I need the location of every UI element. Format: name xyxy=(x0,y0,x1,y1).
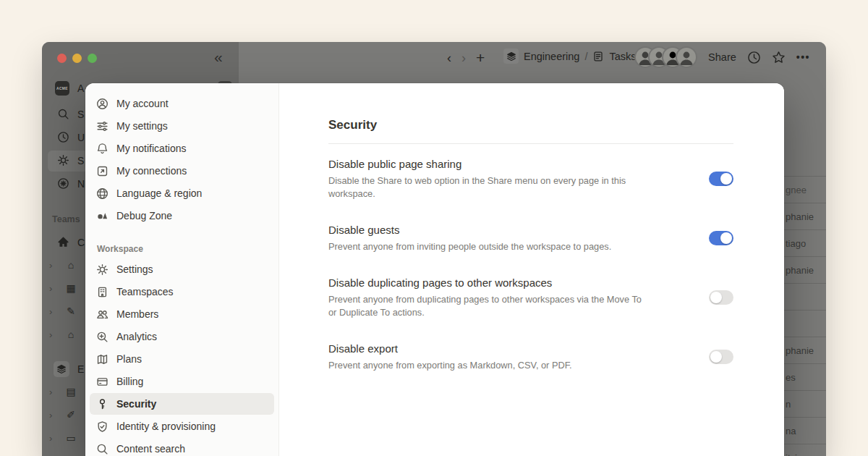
sidebar-page-item[interactable]: › ▭ xyxy=(49,432,77,444)
chevron-right-icon[interactable]: › xyxy=(49,433,56,444)
settings-item-label: Teamspaces xyxy=(116,286,174,297)
zoom-window-button[interactable] xyxy=(88,54,97,63)
workspace-logo: ACME xyxy=(55,81,69,96)
setting-title: Disable guests xyxy=(328,222,611,238)
table-cell[interactable]: n xyxy=(784,390,826,417)
home-icon xyxy=(57,236,69,248)
pencil-page-icon: ✎ xyxy=(64,305,77,317)
layers-icon xyxy=(56,364,67,374)
share-button[interactable]: Share xyxy=(708,51,736,63)
shield-check-icon xyxy=(96,421,109,433)
topbar-actions: Share ••• xyxy=(636,48,810,67)
settings-item-label: Analytics xyxy=(116,331,157,342)
setting-title: Disable export xyxy=(328,341,572,357)
table-cell[interactable]: tiago xyxy=(784,229,826,256)
sidebar-item-settings[interactable]: S xyxy=(57,154,84,166)
toggle-knob xyxy=(720,232,732,244)
workspace-section-label: Workspace xyxy=(85,244,278,254)
more-options-icon[interactable]: ••• xyxy=(796,51,810,63)
chevron-right-icon[interactable]: › xyxy=(49,387,56,397)
settings-item-billing[interactable]: Billing xyxy=(90,371,274,392)
globe-icon xyxy=(96,187,109,200)
settings-item-plans[interactable]: Plans xyxy=(90,348,274,370)
close-window-button[interactable] xyxy=(57,54,67,63)
table-cell[interactable]: phanie xyxy=(784,337,826,363)
settings-item-my-connections[interactable]: My connections xyxy=(90,160,274,182)
sidebar-collapse-icon[interactable]: « xyxy=(214,48,223,66)
forward-icon[interactable]: › xyxy=(461,51,466,66)
settings-item-members[interactable]: Members xyxy=(90,303,274,325)
table-cell[interactable]: es xyxy=(784,363,826,390)
layers-icon xyxy=(506,51,516,62)
breadcrumb-teamspace[interactable]: Engineering xyxy=(524,51,579,62)
settings-item-label: Members xyxy=(116,308,158,320)
breadcrumb-page[interactable]: Tasks xyxy=(609,51,636,62)
settings-item-debug-zone[interactable]: Debug Zone xyxy=(90,205,274,227)
settings-item-language-region[interactable]: Language & region xyxy=(90,182,274,204)
sidebar-item-label: N xyxy=(77,178,85,190)
settings-item-my-account[interactable]: My account xyxy=(90,93,274,114)
settings-item-my-settings[interactable]: My settings xyxy=(90,115,274,137)
sidebar-page-item[interactable]: › ⌂ xyxy=(49,329,77,340)
settings-item-analytics[interactable]: Analytics xyxy=(90,326,274,347)
table-header-cell: gnee xyxy=(784,176,826,203)
key-icon xyxy=(96,398,109,410)
settings-item-identity-provisioning[interactable]: Identity & provisioning xyxy=(90,415,274,437)
chevron-right-icon[interactable]: › xyxy=(49,410,56,421)
chevron-right-icon[interactable]: › xyxy=(49,260,56,271)
sidebar-item-search[interactable]: S xyxy=(57,108,84,120)
toggle-disable-public-sharing[interactable] xyxy=(709,172,733,186)
map-icon xyxy=(96,353,109,366)
table-cell[interactable] xyxy=(784,283,826,310)
page-title: Security xyxy=(328,118,733,132)
table-cell[interactable]: itzi xyxy=(784,444,826,456)
chevron-right-icon[interactable]: › xyxy=(49,283,56,294)
sidebar-page-item[interactable]: › ▤ xyxy=(49,386,77,397)
sidebar-item-label: C xyxy=(77,237,85,248)
book-page-icon: ▤ xyxy=(64,386,77,397)
breadcrumb: Engineering / Tasks xyxy=(503,48,637,64)
toggle-disable-export[interactable] xyxy=(709,350,733,364)
chevron-right-icon[interactable]: › xyxy=(49,306,56,317)
presence-avatars[interactable] xyxy=(636,48,696,67)
settings-item-label: Settings xyxy=(116,263,153,275)
settings-item-my-notifications[interactable]: My notifications xyxy=(90,138,274,159)
back-icon[interactable]: ‹ xyxy=(447,51,451,66)
sidebar-item-engineering[interactable]: E xyxy=(54,361,84,377)
settings-item-settings[interactable]: Settings xyxy=(90,258,274,280)
table-cell[interactable] xyxy=(784,310,826,337)
chevron-right-icon[interactable]: › xyxy=(49,329,56,340)
minimize-window-button[interactable] xyxy=(72,54,82,63)
settings-item-label: My account xyxy=(116,98,169,109)
sidebar-page-item[interactable]: › ✎ xyxy=(49,305,77,317)
notepad-page-icon: ▭ xyxy=(64,432,77,444)
sidebar-page-item[interactable]: › ✐ xyxy=(49,409,77,421)
star-icon[interactable] xyxy=(772,51,786,64)
setting-description: Prevent anyone from inviting people outs… xyxy=(328,240,611,253)
analytics-icon xyxy=(96,331,109,343)
table-cell[interactable]: na xyxy=(784,417,826,444)
sidebar-page-item[interactable]: › ⌂ xyxy=(49,259,77,271)
tool-page-icon: ✐ xyxy=(64,409,77,421)
search-icon xyxy=(57,108,69,120)
sidebar-item-updates[interactable]: U xyxy=(57,131,85,143)
toggle-disable-duplicating[interactable] xyxy=(709,290,733,305)
toggle-disable-guests[interactable] xyxy=(709,231,733,245)
debug-zone-icon xyxy=(96,210,109,222)
setting-description: Disable the Share to web option in the S… xyxy=(328,174,648,200)
new-tab-icon[interactable]: + xyxy=(476,49,485,67)
bell-icon xyxy=(96,143,109,155)
teamspaces-section-label: Teams xyxy=(52,214,80,224)
setting-description: Prevent anyone from exporting as Markdow… xyxy=(328,359,572,372)
settings-item-content-search[interactable]: Content search xyxy=(90,438,274,456)
settings-item-teamspaces[interactable]: Teamspaces xyxy=(90,281,274,303)
sidebar-page-item[interactable]: › ▦ xyxy=(49,282,77,294)
workspace-switcher[interactable]: ACME A xyxy=(55,81,84,96)
table-cell[interactable]: phanie xyxy=(784,203,826,229)
table-cell[interactable]: phanie xyxy=(784,256,826,283)
clock-icon[interactable] xyxy=(747,51,761,64)
sidebar-item-new[interactable]: N xyxy=(57,177,85,190)
settings-item-security[interactable]: Security xyxy=(90,393,274,415)
setting-description: Prevent anyone from duplicating pages to… xyxy=(328,293,648,319)
sidebar-item-home[interactable]: C xyxy=(57,236,85,248)
